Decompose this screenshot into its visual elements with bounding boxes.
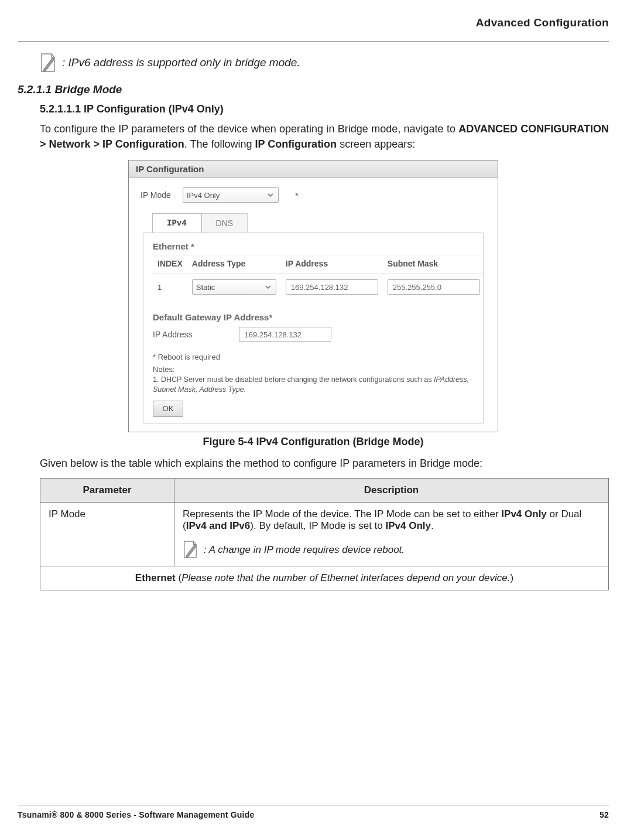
subnet-mask-input[interactable]: 255.255.255.0 [388,279,480,295]
chevron-down-icon [264,283,272,291]
desc-mid2: ). By default, IP Mode is set to [250,520,385,531]
footer-divider [18,805,609,805]
gateway-ip-label: IP Address [153,330,192,339]
ip-mode-reboot-note: : A change in IP mode requires device re… [204,544,405,556]
tab-panel-ipv4: Ethernet * INDEX Address Type IP Address… [143,233,484,423]
eth-col-index: INDEX [153,255,187,274]
figure-caption: Figure 5-4 IPv4 Configuration (Bridge Mo… [18,436,609,448]
page-header-title: Advanced Configuration [476,16,609,29]
notes-heading: Notes: [153,365,474,374]
col-parameter: Parameter [40,478,174,502]
desc-b2: IPv4 and IPv6 [186,520,251,531]
intro-paragraph: To configure the IP parameters of the de… [40,121,609,152]
ip-config-panel: IP Configuration IP Mode IPv4 Only * [128,160,498,432]
intro-screen-name: IP Configuration [255,138,337,150]
notes-pre: 1. DHCP Server must be disabled before c… [153,375,434,384]
ip-address-input[interactable]: 169.254.128.132 [286,279,378,295]
eth-index-value: 1 [153,274,187,301]
desc-pre: Represents the IP Mode of the device. Th… [183,508,501,520]
param-name-ip-mode: IP Mode [40,502,174,566]
required-mark: * [295,190,299,200]
pencil-note-icon [40,53,56,73]
eth-col-addr-type: Address Type [187,255,281,274]
ip-mode-select[interactable]: IPv4 Only [183,187,279,203]
parameters-table: Parameter Description IP Mode Represents… [40,478,609,590]
after-figure-text: Given below is the table which explains … [40,457,609,470]
ok-button[interactable]: OK [153,401,183,417]
desc-end: . [431,520,434,531]
desc-b1: IPv4 Only [501,508,546,520]
eth-close: ) [511,572,514,583]
top-note: : IPv6 address is supported only in brid… [40,53,609,73]
footer-page-number: 52 [600,810,609,819]
gateway-section-label: Default Gateway IP Address* [153,312,474,322]
address-type-value: Static [196,283,215,292]
footer-guide-name: Tsunami® 800 & 8000 Series - Software Ma… [18,810,254,819]
section-bridge-mode-title: 5.2.1.1 Bridge Mode [18,83,609,96]
subsection-ip-config-title: 5.2.1.1.1 IP Configuration (IPv4 Only) [40,103,609,115]
header-divider [18,41,609,42]
desc-b3: IPv4 Only [385,520,430,531]
tab-dns[interactable]: DNS [201,213,248,233]
reboot-required-note: * Reboot is required [153,353,474,361]
intro-pre: To configure the IP parameters of the de… [40,123,458,135]
param-row-ethernet: Ethernet (Please note that the number of… [40,566,609,590]
ethernet-section-cell: Ethernet (Please note that the number of… [40,566,609,590]
col-description: Description [174,478,609,502]
eth-col-mask: Subnet Mask [383,255,485,274]
ethernet-table: INDEX Address Type IP Address Subnet Mas… [153,255,485,300]
tab-ipv4[interactable]: IPv4 [152,213,201,233]
eth-open: ( [176,572,181,583]
panel-title: IP Configuration [129,160,498,178]
intro-mid: . The following [184,138,255,150]
eth-bold: Ethernet [135,572,176,583]
eth-row-1: 1 Static [153,274,485,301]
top-note-text: : IPv6 address is supported only in brid… [62,56,300,69]
page-footer: Tsunami® 800 & 8000 Series - Software Ma… [18,805,609,819]
chevron-down-icon [266,191,275,199]
pencil-note-icon [183,540,199,560]
gateway-ip-input[interactable]: 169.254.128.132 [239,327,331,342]
param-desc-ip-mode: Represents the IP Mode of the device. Th… [174,502,609,566]
intro-post: screen appears: [337,138,415,150]
ip-mode-value: IPv4 Only [187,191,220,200]
ethernet-section-label: Ethernet * [153,241,474,251]
eth-col-ip: IP Address [281,255,383,274]
notes-line-1: 1. DHCP Server must be disabled before c… [153,375,474,395]
eth-italic: Please note that the number of Ethernet … [181,572,510,583]
param-row-ip-mode: IP Mode Represents the IP Mode of the de… [40,502,609,566]
ip-mode-label: IP Mode [141,190,171,200]
address-type-select[interactable]: Static [192,279,276,295]
